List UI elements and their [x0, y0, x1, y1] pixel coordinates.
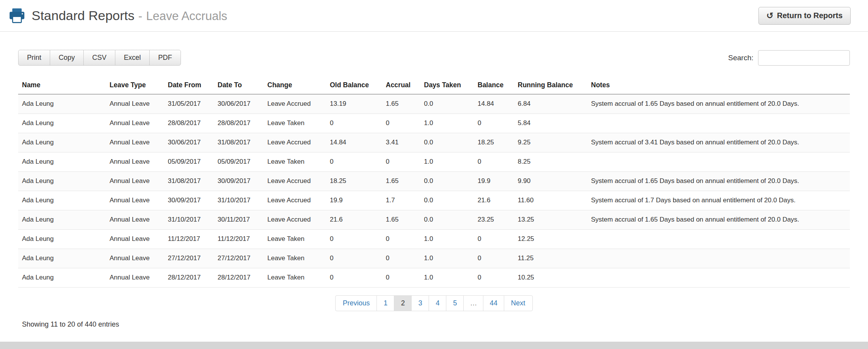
cell-accrual: 1.65 [382, 94, 420, 114]
column-header-name: Name [18, 76, 106, 94]
cell-accrual: 1.65 [382, 171, 420, 191]
leave-accruals-table: NameLeave TypeDate FromDate ToChangeOld … [18, 76, 850, 288]
page-button-44[interactable]: 44 [483, 295, 504, 311]
cell-old-balance: 0 [326, 229, 382, 249]
cell-running-balance: 9.25 [514, 133, 587, 152]
cell-leave-type: Annual Leave [106, 152, 164, 171]
undo-icon: ↺ [767, 12, 773, 20]
cell-notes: System accrual of 1.65 Days based on ann… [587, 94, 850, 114]
cell-name: Ada Leung [18, 94, 106, 114]
cell-notes [587, 229, 850, 249]
cell-days-taken: 0.0 [420, 191, 474, 210]
cell-change: Leave Accrued [263, 94, 326, 114]
cell-date-to: 30/06/2017 [214, 94, 263, 114]
cell-leave-type: Annual Leave [106, 229, 164, 249]
cell-leave-type: Annual Leave [106, 133, 164, 152]
cell-accrual: 0 [382, 152, 420, 171]
report-content: PrintCopyCSVExcelPDF Search: NameLeave T… [0, 50, 868, 329]
cell-date-from: 28/12/2017 [164, 268, 214, 287]
cell-days-taken: 1.0 [420, 229, 474, 249]
cell-days-taken: 1.0 [420, 152, 474, 171]
cell-change: Leave Taken [263, 114, 326, 133]
cell-balance: 0 [474, 268, 514, 287]
search-input[interactable] [758, 50, 850, 66]
cell-date-to: 31/10/2017 [214, 191, 263, 210]
cell-old-balance: 21.6 [326, 210, 382, 229]
previous-button[interactable]: Previous [335, 295, 377, 311]
column-header-notes: Notes [587, 76, 850, 94]
search-control: Search: [728, 50, 850, 66]
cell-old-balance: 0 [326, 249, 382, 268]
page-title-main: Standard Reports [32, 8, 135, 23]
cell-change: Leave Taken [263, 249, 326, 268]
cell-name: Ada Leung [18, 229, 106, 249]
table-toolbar: PrintCopyCSVExcelPDF Search: [18, 50, 850, 66]
cell-accrual: 1.65 [382, 210, 420, 229]
cell-date-to: 30/09/2017 [214, 171, 263, 191]
entries-status: Showing 11 to 20 of 440 entries [18, 320, 850, 329]
cell-old-balance: 0 [326, 152, 382, 171]
cell-date-from: 31/05/2017 [164, 94, 214, 114]
cell-notes [587, 249, 850, 268]
page-button-3[interactable]: 3 [411, 295, 429, 311]
page-title-sub: Leave Accruals [146, 9, 227, 23]
cell-leave-type: Annual Leave [106, 94, 164, 114]
cell-name: Ada Leung [18, 114, 106, 133]
cell-accrual: 1.7 [382, 191, 420, 210]
column-header-accrual: Accrual [382, 76, 420, 94]
return-to-reports-label: Return to Reports [777, 11, 843, 20]
page-button-2[interactable]: 2 [394, 295, 412, 311]
page-button-4[interactable]: 4 [429, 295, 446, 311]
cell-name: Ada Leung [18, 268, 106, 287]
csv-button[interactable]: CSV [83, 50, 115, 66]
column-header-days-taken: Days Taken [420, 76, 474, 94]
cell-balance: 0 [474, 229, 514, 249]
table-body: Ada LeungAnnual Leave31/05/201730/06/201… [18, 94, 850, 287]
table-row: Ada LeungAnnual Leave27/12/201727/12/201… [18, 249, 850, 268]
print-button[interactable]: Print [18, 50, 50, 66]
column-header-change: Change [263, 76, 326, 94]
column-header-leave-type: Leave Type [106, 76, 164, 94]
excel-button[interactable]: Excel [115, 50, 150, 66]
return-to-reports-button[interactable]: ↺ Return to Reports [758, 7, 851, 25]
cell-running-balance: 5.84 [514, 114, 587, 133]
cell-balance: 14.84 [474, 94, 514, 114]
cell-days-taken: 0.0 [420, 210, 474, 229]
cell-name: Ada Leung [18, 249, 106, 268]
pagination-container: Previous12345…44Next [18, 295, 850, 311]
cell-change: Leave Accrued [263, 191, 326, 210]
table-row: Ada LeungAnnual Leave30/09/201731/10/201… [18, 191, 850, 210]
cell-leave-type: Annual Leave [106, 191, 164, 210]
page-button-1[interactable]: 1 [377, 295, 394, 311]
cell-name: Ada Leung [18, 133, 106, 152]
page-button-5[interactable]: 5 [446, 295, 464, 311]
cell-balance: 18.25 [474, 133, 514, 152]
search-label: Search: [728, 54, 753, 62]
cell-accrual: 3.41 [382, 133, 420, 152]
cell-old-balance: 0 [326, 268, 382, 287]
cell-date-from: 27/12/2017 [164, 249, 214, 268]
cell-running-balance: 13.25 [514, 210, 587, 229]
cell-notes: System accrual of 3.41 Days based on ann… [587, 133, 850, 152]
cell-days-taken: 0.0 [420, 171, 474, 191]
table-row: Ada LeungAnnual Leave31/10/201730/11/201… [18, 210, 850, 229]
cell-date-from: 31/10/2017 [164, 210, 214, 229]
cell-date-from: 11/12/2017 [164, 229, 214, 249]
cell-old-balance: 14.84 [326, 133, 382, 152]
cell-date-to: 27/12/2017 [214, 249, 263, 268]
cell-notes: System accrual of 1.65 Days based on ann… [587, 171, 850, 191]
column-header-date-from: Date From [164, 76, 214, 94]
cell-change: Leave Accrued [263, 133, 326, 152]
cell-leave-type: Annual Leave [106, 249, 164, 268]
cell-change: Leave Taken [263, 268, 326, 287]
cell-date-to: 31/08/2017 [214, 133, 263, 152]
table-row: Ada LeungAnnual Leave31/05/201730/06/201… [18, 94, 850, 114]
pdf-button[interactable]: PDF [149, 50, 181, 66]
cell-balance: 19.9 [474, 171, 514, 191]
copy-button[interactable]: Copy [50, 50, 84, 66]
cell-change: Leave Accrued [263, 171, 326, 191]
cell-days-taken: 1.0 [420, 268, 474, 287]
next-button[interactable]: Next [504, 295, 533, 311]
cell-running-balance: 9.90 [514, 171, 587, 191]
cell-days-taken: 0.0 [420, 94, 474, 114]
